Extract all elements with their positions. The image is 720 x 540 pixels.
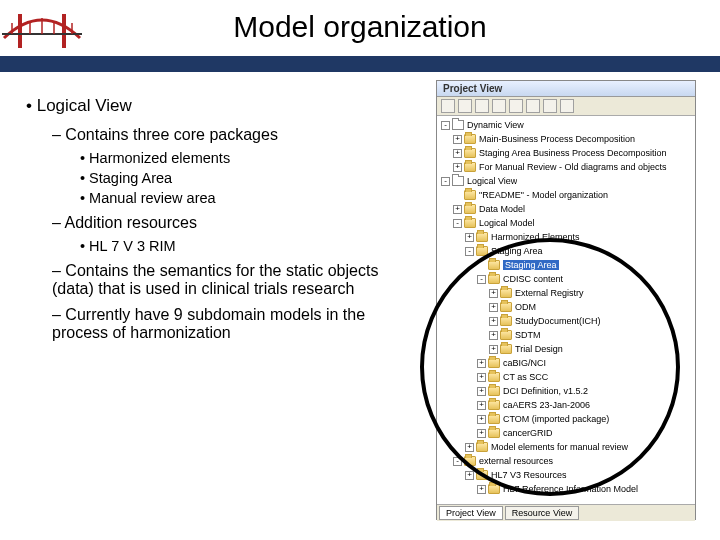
tree-row[interactable]: -Logical View (437, 174, 695, 188)
bullet-level3: Harmonized elements (80, 150, 420, 166)
tree-row[interactable]: +Harmonized Elements (437, 230, 695, 244)
tree-row[interactable]: +Trial Design (437, 342, 695, 356)
folder-icon (500, 344, 512, 354)
tree-label: external resources (479, 456, 553, 466)
tree-label: ODM (515, 302, 536, 312)
tree-row[interactable]: -Logical Model (437, 216, 695, 230)
tree-label: SDTM (515, 330, 541, 340)
collapse-icon[interactable]: - (477, 275, 486, 284)
collapse-icon[interactable]: - (465, 247, 474, 256)
tree-label: caBIG/NCI (503, 358, 546, 368)
toolbar-button[interactable] (526, 99, 540, 113)
expand-icon[interactable]: + (477, 373, 486, 382)
expand-icon[interactable]: + (453, 149, 462, 158)
panel-toolbar (437, 97, 695, 116)
toolbar-button[interactable] (492, 99, 506, 113)
tree-label: Staging Area (503, 260, 559, 270)
folder-icon (464, 148, 476, 158)
tree-row[interactable]: +SDTM (437, 328, 695, 342)
expand-icon[interactable]: + (477, 401, 486, 410)
tree-label: HL7 Reference Information Model (503, 484, 638, 494)
folder-icon (476, 246, 488, 256)
bullet-level3: Staging Area (80, 170, 420, 186)
folder-icon (464, 190, 476, 200)
tree-label: DCI Definition, v1.5.2 (503, 386, 588, 396)
folder-icon (488, 372, 500, 382)
tree-row[interactable]: +caBIG/NCI (437, 356, 695, 370)
tree-label: External Registry (515, 288, 584, 298)
collapse-icon[interactable]: - (453, 457, 462, 466)
tree-label: CTOM (imported package) (503, 414, 609, 424)
toolbar-button[interactable] (458, 99, 472, 113)
tree-row[interactable]: +Model elements for manual review (437, 440, 695, 454)
folder-icon (488, 386, 500, 396)
tree-row[interactable]: "README" - Model organization (437, 188, 695, 202)
toolbar-button[interactable] (560, 99, 574, 113)
tree-row[interactable]: +ODM (437, 300, 695, 314)
tree-row[interactable]: +DCI Definition, v1.5.2 (437, 384, 695, 398)
bullet-level2: Contains three core packages (52, 126, 420, 144)
expand-icon[interactable]: + (465, 471, 474, 480)
expand-icon[interactable]: + (489, 303, 498, 312)
expand-icon[interactable]: + (477, 415, 486, 424)
folder-icon (500, 302, 512, 312)
panel-tabs: Project View Resource View (437, 504, 695, 521)
expand-icon[interactable]: + (489, 289, 498, 298)
tree-row[interactable]: +StudyDocument(ICH) (437, 314, 695, 328)
title-underline (0, 56, 720, 72)
bullet-level3: Manual review area (80, 190, 420, 206)
toolbar-button[interactable] (509, 99, 523, 113)
expand-icon[interactable]: + (477, 359, 486, 368)
toolbar-button[interactable] (441, 99, 455, 113)
tree-row[interactable]: +CT as SCC (437, 370, 695, 384)
expand-icon[interactable]: + (465, 233, 474, 242)
tree-row[interactable]: +External Registry (437, 286, 695, 300)
tab-resource-view[interactable]: Resource View (505, 506, 579, 520)
tree-label: StudyDocument(ICH) (515, 316, 601, 326)
folder-icon (500, 316, 512, 326)
tree-row[interactable]: +Data Model (437, 202, 695, 216)
expand-icon[interactable]: + (453, 135, 462, 144)
tree-row[interactable]: Staging Area (437, 258, 695, 272)
expand-icon[interactable]: + (489, 331, 498, 340)
tree-label: Dynamic View (467, 120, 524, 130)
expand-icon[interactable]: + (453, 163, 462, 172)
panel-title: Project View (437, 81, 695, 97)
tree-row[interactable]: +HL7 Reference Information Model (437, 482, 695, 496)
screenshot-column: Project View -Dynamic View+Main-Business… (420, 88, 710, 348)
bullet-level2: Currently have 9 subdomain models in the… (52, 306, 420, 342)
tree-row[interactable]: +HL7 V3 Resources (437, 468, 695, 482)
folder-icon (488, 358, 500, 368)
expand-icon[interactable]: + (477, 429, 486, 438)
toolbar-button[interactable] (543, 99, 557, 113)
bullet-column: Logical View Contains three core package… (20, 88, 420, 348)
tree-row[interactable]: +caAERS 23-Jan-2006 (437, 398, 695, 412)
tree-row[interactable]: -Dynamic View (437, 118, 695, 132)
tree-row[interactable]: +Main-Business Process Decomposition (437, 132, 695, 146)
expand-icon[interactable]: + (477, 485, 486, 494)
folder-icon (488, 414, 500, 424)
tree-row[interactable]: -Staging Area (437, 244, 695, 258)
tree-row[interactable]: -CDISC content (437, 272, 695, 286)
expand-icon[interactable]: + (465, 443, 474, 452)
tree-row[interactable]: +Staging Area Business Process Decomposi… (437, 146, 695, 160)
tree-label: Data Model (479, 204, 525, 214)
collapse-icon[interactable]: - (453, 219, 462, 228)
tab-project-view[interactable]: Project View (439, 506, 503, 520)
collapse-icon[interactable]: - (441, 177, 450, 186)
toolbar-button[interactable] (475, 99, 489, 113)
tree-view[interactable]: -Dynamic View+Main-Business Process Deco… (437, 116, 695, 504)
package-icon (452, 176, 464, 186)
expand-icon[interactable]: + (477, 387, 486, 396)
tree-row[interactable]: +For Manual Review - Old diagrams and ob… (437, 160, 695, 174)
expand-icon[interactable]: + (489, 317, 498, 326)
tree-row[interactable]: +CTOM (imported package) (437, 412, 695, 426)
collapse-icon[interactable]: - (441, 121, 450, 130)
tree-row[interactable]: -external resources (437, 454, 695, 468)
tree-label: Trial Design (515, 344, 563, 354)
slide-title: Model organization (0, 10, 720, 44)
expand-icon[interactable]: + (489, 345, 498, 354)
tree-label: Staging Area (491, 246, 543, 256)
tree-row[interactable]: +cancerGRID (437, 426, 695, 440)
expand-icon[interactable]: + (453, 205, 462, 214)
